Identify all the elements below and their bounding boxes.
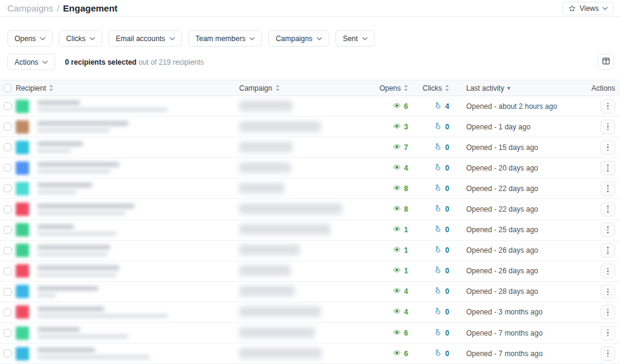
row-checkbox[interactable] xyxy=(4,247,12,255)
ellipsis-dot xyxy=(607,330,609,331)
recipient-email-redacted xyxy=(38,190,77,194)
recipient-cell[interactable] xyxy=(16,100,239,113)
column-settings-button[interactable] xyxy=(598,54,614,70)
recipient-email-redacted xyxy=(38,211,125,215)
recipient-name-redacted xyxy=(38,162,119,167)
recipient-cell[interactable] xyxy=(16,203,239,216)
ellipsis-dot xyxy=(607,206,609,207)
row-checkbox[interactable] xyxy=(4,143,12,151)
ellipsis-dot xyxy=(607,185,609,187)
column-header-actions-label: Actions xyxy=(592,84,615,93)
row-checkbox[interactable] xyxy=(4,329,12,337)
filter-campaigns[interactable]: Campaigns xyxy=(268,30,329,47)
opens-count: 7 xyxy=(404,143,408,152)
filter-team-members[interactable]: Team members xyxy=(188,30,263,47)
tap-click-icon xyxy=(434,163,442,173)
row-menu-button[interactable] xyxy=(601,326,615,340)
eye-icon xyxy=(393,307,401,317)
campaign-redacted xyxy=(239,328,315,339)
row-checkbox[interactable] xyxy=(4,226,12,234)
row-menu-button[interactable] xyxy=(601,140,615,155)
row-menu-button[interactable] xyxy=(601,202,615,216)
filter-clicks-label: Clicks xyxy=(66,34,85,43)
column-header-recipient[interactable]: Recipient xyxy=(16,84,239,93)
last-activity-text: Opened - 7 months ago xyxy=(466,329,542,337)
row-menu-button[interactable] xyxy=(601,161,615,175)
ellipsis-dot xyxy=(607,123,609,125)
row-menu-button[interactable] xyxy=(601,223,615,237)
row-checkbox[interactable] xyxy=(4,206,12,213)
recipient-cell[interactable] xyxy=(16,327,239,340)
row-checkbox-cell xyxy=(4,267,16,275)
recipient-cell[interactable] xyxy=(16,182,239,195)
clicks-cell: 0 xyxy=(408,204,449,214)
column-header-last-activity[interactable]: Last activity ▾ xyxy=(466,84,587,93)
row-checkbox[interactable] xyxy=(4,184,12,192)
opens-count: 4 xyxy=(404,287,408,296)
eye-icon xyxy=(393,349,401,359)
column-header-recipient-label: Recipient xyxy=(16,84,46,93)
recipient-cell[interactable] xyxy=(16,141,239,154)
filter-email-accounts[interactable]: Email accounts xyxy=(108,30,182,47)
breadcrumb-parent[interactable]: Campaigns xyxy=(7,3,53,13)
clicks-cell: 0 xyxy=(408,184,449,193)
recipient-redacted-text xyxy=(38,307,168,318)
row-menu-button[interactable] xyxy=(601,243,615,258)
row-menu-button[interactable] xyxy=(601,120,615,134)
recipient-cell[interactable] xyxy=(16,244,239,257)
table-row: 4 0 Opened - 28 days ago xyxy=(0,282,620,302)
campaign-cell xyxy=(239,328,375,339)
recipient-cell[interactable] xyxy=(16,347,239,360)
row-checkbox[interactable] xyxy=(4,308,12,316)
row-checkbox[interactable] xyxy=(4,164,12,172)
recipient-redacted-text xyxy=(38,327,128,339)
opens-cell: 7 xyxy=(375,143,408,152)
opens-cell: 4 xyxy=(375,163,408,173)
row-menu-button[interactable] xyxy=(601,181,615,196)
row-menu-button[interactable] xyxy=(601,264,615,278)
opens-cell: 6 xyxy=(375,102,408,111)
row-menu-button[interactable] xyxy=(601,346,615,361)
select-all-checkbox[interactable] xyxy=(4,84,12,92)
recipient-cell[interactable] xyxy=(16,264,239,278)
recipient-redacted-text xyxy=(38,204,134,215)
row-menu-button[interactable] xyxy=(601,305,615,319)
filter-sent[interactable]: Sent xyxy=(335,30,375,47)
chevron-down-icon xyxy=(249,37,255,41)
recipient-cell[interactable] xyxy=(16,120,239,134)
last-activity-cell: Opened - 22 days ago xyxy=(466,184,587,193)
recipient-cell[interactable] xyxy=(16,161,239,175)
ellipsis-dot xyxy=(607,146,609,148)
ellipsis-dot xyxy=(607,268,609,270)
avatar xyxy=(16,347,29,360)
row-menu-button[interactable] xyxy=(601,284,615,299)
recipient-cell[interactable] xyxy=(16,223,239,236)
recipient-cell[interactable] xyxy=(16,305,239,319)
row-checkbox[interactable] xyxy=(4,349,12,357)
views-button[interactable]: Views xyxy=(562,2,614,15)
row-checkbox[interactable] xyxy=(4,123,12,131)
eye-icon xyxy=(393,122,401,132)
row-menu-button[interactable] xyxy=(601,99,615,114)
recipient-email-redacted xyxy=(38,293,56,297)
row-checkbox[interactable] xyxy=(4,267,12,275)
recipient-cell[interactable] xyxy=(16,285,239,298)
table-row: 6 0 Opened - 7 months ago xyxy=(0,343,620,364)
actions-dropdown-button[interactable]: Actions xyxy=(7,54,55,70)
column-header-opens[interactable]: Opens xyxy=(375,84,408,93)
filter-clicks[interactable]: Clicks xyxy=(59,30,102,47)
column-header-campaign[interactable]: Campaign xyxy=(239,84,375,93)
ellipsis-dot xyxy=(607,291,609,293)
last-activity-cell: Opened - 20 days ago xyxy=(466,164,587,172)
eye-icon xyxy=(393,245,401,255)
table-row: 7 0 Opened - 15 days ago xyxy=(0,137,620,158)
ellipsis-dot xyxy=(607,350,609,352)
last-activity-text: Opened - 26 days ago xyxy=(466,267,538,275)
filter-opens-label: Opens xyxy=(15,34,36,43)
clicks-cell: 0 xyxy=(408,287,449,296)
filter-opens[interactable]: Opens xyxy=(7,30,53,47)
row-checkbox[interactable] xyxy=(4,102,12,110)
recipient-email-redacted xyxy=(38,334,128,339)
column-header-clicks[interactable]: Clicks xyxy=(408,84,449,93)
row-checkbox[interactable] xyxy=(4,288,12,296)
